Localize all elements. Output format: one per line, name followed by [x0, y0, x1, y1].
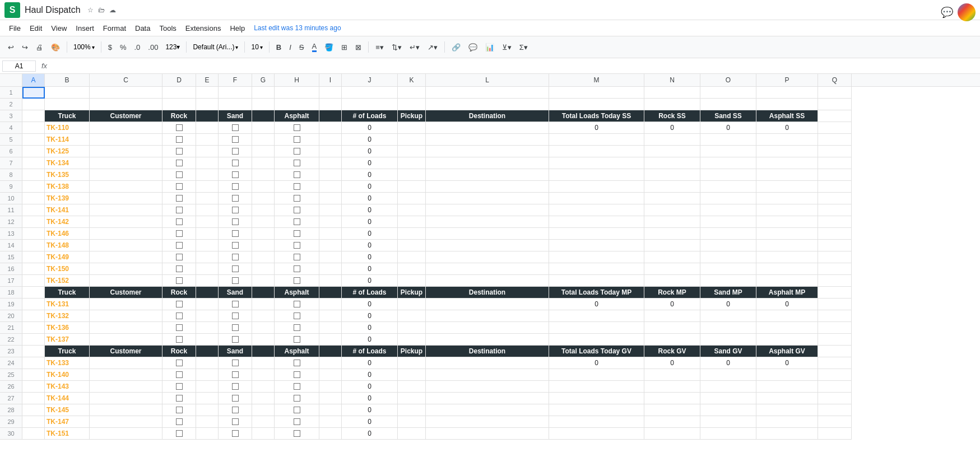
valign-button[interactable]: ⇅▾ — [388, 41, 405, 54]
cell-I4[interactable] — [319, 122, 342, 134]
grid-wrapper[interactable]: 1 2 — [0, 87, 980, 471]
cell-B13-truck[interactable]: TK-146 — [45, 228, 90, 240]
col-header-H[interactable]: H — [275, 74, 319, 86]
checkbox-rock[interactable] — [176, 124, 183, 131]
cell-N2[interactable] — [644, 99, 700, 110]
cell-G1[interactable] — [252, 87, 275, 99]
cell-J5-loads[interactable]: 0 — [342, 134, 398, 146]
cell-Q3[interactable] — [818, 110, 852, 122]
menu-help[interactable]: Help — [225, 22, 249, 35]
cell-B29-truck[interactable]: TK-147 — [45, 416, 90, 428]
cell-B4-truck[interactable]: TK-110 — [45, 122, 90, 134]
cell-H5[interactable] — [275, 134, 319, 146]
cell-F5[interactable] — [219, 134, 252, 146]
cell-P1[interactable] — [756, 87, 818, 99]
cell-A4[interactable] — [22, 122, 45, 134]
cell-E1[interactable] — [196, 87, 219, 99]
cell-G5[interactable] — [252, 134, 275, 146]
cell-F2[interactable] — [219, 99, 252, 110]
cell-B28-truck[interactable]: TK-145 — [45, 404, 90, 416]
menu-format[interactable]: Format — [99, 22, 131, 35]
cell-B21-truck[interactable]: TK-136 — [45, 322, 90, 334]
cell-J2[interactable] — [342, 99, 398, 110]
font-size-dropdown[interactable]: 10 ▾ — [248, 41, 265, 53]
col-header-D[interactable]: D — [162, 74, 196, 86]
cell-F1[interactable] — [219, 87, 252, 99]
font-color-button[interactable]: A — [309, 40, 321, 54]
merge-button[interactable]: ⊠ — [352, 41, 365, 54]
cloud-icon[interactable]: ☁ — [109, 6, 116, 14]
halign-button[interactable]: ≡▾ — [372, 41, 387, 54]
cell-O1[interactable] — [700, 87, 756, 99]
col-header-K[interactable]: K — [398, 74, 426, 86]
cell-E5[interactable] — [196, 134, 219, 146]
paint-format-button[interactable]: 🎨 — [48, 41, 63, 54]
cell-D1[interactable] — [162, 87, 196, 99]
cell-A1[interactable] — [22, 87, 45, 99]
formula-input[interactable] — [50, 62, 978, 70]
cell-H1[interactable] — [275, 87, 319, 99]
cell-B1[interactable] — [45, 87, 90, 99]
cell-B16-truck[interactable]: TK-150 — [45, 263, 90, 275]
cell-G2[interactable] — [252, 99, 275, 110]
cell-A3[interactable] — [22, 110, 45, 122]
col-header-P[interactable]: P — [756, 74, 818, 86]
cell-B19-truck[interactable]: TK-131 — [45, 299, 90, 310]
cell-M2[interactable] — [549, 99, 644, 110]
cell-H4-asphalt-check[interactable] — [275, 122, 319, 134]
link-button[interactable]: 🔗 — [448, 41, 464, 54]
col-header-M[interactable]: M — [549, 74, 644, 86]
cell-F4-sand-check[interactable] — [219, 122, 252, 134]
cell-B2[interactable] — [45, 99, 90, 110]
print-button[interactable]: 🖨 — [32, 41, 47, 54]
star-icon[interactable]: ☆ — [87, 6, 94, 14]
cell-B25-truck[interactable]: TK-140 — [45, 369, 90, 381]
menu-insert[interactable]: Insert — [71, 22, 99, 35]
cell-B10-truck[interactable]: TK-139 — [45, 193, 90, 204]
cell-C1[interactable] — [90, 87, 162, 99]
col-header-N[interactable]: N — [644, 74, 700, 86]
cell-N4-rock-ss[interactable]: 0 — [644, 122, 700, 134]
cell-B27-truck[interactable]: TK-144 — [45, 393, 90, 404]
cell-I5[interactable] — [319, 134, 342, 146]
cell-A2[interactable] — [22, 99, 45, 110]
cell-B12-truck[interactable]: TK-142 — [45, 216, 90, 228]
strikethrough-button[interactable]: S — [296, 41, 308, 54]
cell-B8-truck[interactable]: TK-135 — [45, 169, 90, 181]
bold-button[interactable]: B — [273, 41, 285, 54]
col-header-O[interactable]: O — [700, 74, 756, 86]
function-button[interactable]: Σ▾ — [516, 41, 531, 54]
italic-button[interactable]: I — [286, 41, 295, 54]
checkbox-asphalt[interactable] — [294, 124, 300, 131]
cell-Q4[interactable] — [818, 122, 852, 134]
cell-B26-truck[interactable]: TK-143 — [45, 381, 90, 393]
cell-M4-total-loads[interactable]: 0 — [549, 122, 644, 134]
cell-C5[interactable] — [90, 134, 162, 146]
cell-M1[interactable] — [549, 87, 644, 99]
cell-L2[interactable] — [426, 99, 549, 110]
col-header-B[interactable]: B — [45, 74, 90, 86]
cell-L4-destination[interactable] — [426, 122, 549, 134]
checkbox-sand[interactable] — [232, 124, 239, 131]
google-account-icon[interactable] — [958, 3, 976, 21]
cell-J4-loads[interactable]: 0 — [342, 122, 398, 134]
menu-file[interactable]: File — [4, 22, 25, 35]
borders-button[interactable]: ⊞ — [338, 41, 351, 54]
col-header-Q[interactable]: Q — [818, 74, 852, 86]
percent-button[interactable]: % — [117, 41, 130, 54]
cell-A5[interactable] — [22, 134, 45, 146]
cell-P4-asphalt-ss[interactable]: 0 — [756, 122, 818, 134]
comment-button[interactable]: 💬 — [465, 41, 481, 54]
cell-G4[interactable] — [252, 122, 275, 134]
cell-B14-truck[interactable]: TK-148 — [45, 240, 90, 251]
decimal-decrease-button[interactable]: .0 — [131, 41, 144, 54]
cell-B20-truck[interactable]: TK-132 — [45, 310, 90, 322]
cell-B22-truck[interactable]: TK-137 — [45, 334, 90, 346]
zoom-dropdown[interactable]: 100% ▾ — [71, 41, 97, 53]
cell-I1[interactable] — [319, 87, 342, 99]
cell-D2[interactable] — [162, 99, 196, 110]
menu-edit[interactable]: Edit — [25, 22, 47, 35]
cell-D4-rock-check[interactable] — [162, 122, 196, 134]
cell-K1[interactable] — [398, 87, 426, 99]
col-header-J[interactable]: J — [342, 74, 398, 86]
